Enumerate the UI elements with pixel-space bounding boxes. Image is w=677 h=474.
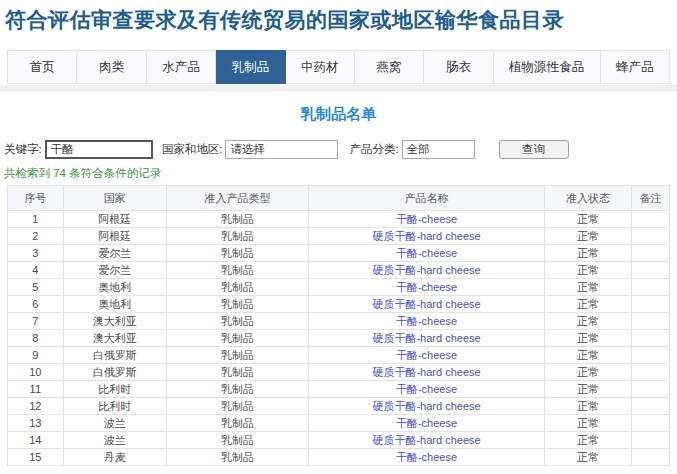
product-link[interactable]: 硬质干酪-hard cheese (372, 332, 480, 344)
country-label: 国家和地区: (162, 142, 223, 157)
cell-product-type: 乳制品 (166, 398, 308, 415)
tab-home[interactable]: 首页 (7, 50, 77, 84)
column-header: 国家 (63, 186, 166, 211)
cell-product-name: 干酪-cheese (309, 211, 545, 228)
cell-product-type: 乳制品 (166, 262, 308, 279)
cell-product-type: 乳制品 (166, 449, 308, 466)
table-row: 2 阿根廷 乳制品 硬质干酪-hard cheese 正常 (8, 228, 670, 245)
tab-meat[interactable]: 肉类 (77, 50, 146, 84)
cell-remark (632, 398, 670, 415)
table-row: 10 白俄罗斯 乳制品 硬质干酪-hard cheese 正常 (8, 364, 670, 381)
table-header-row: 序号国家准入产品类型产品名称准入状态备注 (8, 186, 670, 211)
product-link[interactable]: 硬质干酪-hard cheese (372, 366, 480, 378)
cell-remark (632, 432, 670, 449)
cell-remark (632, 211, 670, 228)
cell-seq: 8 (8, 330, 64, 347)
cell-remark (632, 330, 670, 347)
country-select[interactable] (225, 140, 338, 159)
cell-product-name: 干酪-cheese (309, 245, 545, 262)
table-row: 12 比利时 乳制品 硬质干酪-hard cheese 正常 (8, 398, 670, 415)
product-link[interactable]: 硬质干酪-hard cheese (372, 400, 480, 412)
product-link[interactable]: 干酪-cheese (396, 417, 457, 429)
tab-label: 肠衣 (446, 59, 471, 76)
cell-product-name: 硬质干酪-hard cheese (309, 432, 545, 449)
cell-country: 奥地利 (63, 296, 166, 313)
tab-birds-nest[interactable]: 燕窝 (355, 50, 424, 84)
cell-status: 正常 (544, 432, 631, 449)
cell-country: 爱尔兰 (63, 262, 166, 279)
tab-label: 肉类 (99, 59, 124, 76)
cell-product-type: 乳制品 (166, 381, 308, 398)
cell-status: 正常 (544, 398, 631, 415)
table-row: 15 丹麦 乳制品 干酪-cheese 正常 (8, 449, 670, 466)
cell-seq: 10 (8, 364, 64, 381)
column-header: 准入产品类型 (166, 186, 308, 211)
cell-seq: 2 (8, 228, 64, 245)
cell-product-name: 硬质干酪-hard cheese (309, 296, 545, 313)
cell-product-name: 硬质干酪-hard cheese (309, 330, 545, 347)
column-header: 产品名称 (309, 186, 545, 211)
cell-product-type: 乳制品 (166, 228, 308, 245)
cell-status: 正常 (544, 415, 631, 432)
cell-seq: 3 (8, 245, 64, 262)
cell-product-name: 干酪-cheese (309, 381, 545, 398)
tab-casings[interactable]: 肠衣 (424, 50, 493, 84)
table-row: 3 爱尔兰 乳制品 干酪-cheese 正常 (8, 245, 670, 262)
tab-label: 乳制品 (232, 59, 270, 76)
cell-status: 正常 (544, 245, 631, 262)
main-nav: 首页 肉类 水产品 乳制品 中药材 燕窝 肠衣 植物源性食品 蜂产品 (0, 50, 677, 91)
cell-status: 正常 (544, 228, 631, 245)
search-bar: 关键字: 国家和地区: 产品分类: 查询 (4, 140, 677, 159)
cell-country: 奥地利 (63, 279, 166, 296)
cell-product-type: 乳制品 (166, 415, 308, 432)
cell-status: 正常 (544, 364, 631, 381)
cell-product-name: 干酪-cheese (309, 279, 545, 296)
table-body: 1 阿根廷 乳制品 干酪-cheese 正常 2 阿根廷 乳制品 硬质干酪-ha… (8, 211, 670, 466)
results-table: 序号国家准入产品类型产品名称准入状态备注 1 阿根廷 乳制品 干酪-cheese… (7, 185, 670, 466)
cell-country: 澳大利亚 (63, 313, 166, 330)
product-link[interactable]: 干酪-cheese (396, 349, 457, 361)
product-link[interactable]: 干酪-cheese (396, 383, 457, 395)
tab-label: 植物源性食品 (509, 59, 584, 76)
tab-label: 蜂产品 (616, 59, 654, 76)
tab-plant-foods[interactable]: 植物源性食品 (494, 50, 601, 84)
cell-status: 正常 (544, 211, 631, 228)
cell-status: 正常 (544, 381, 631, 398)
cell-product-name: 硬质干酪-hard cheese (309, 262, 545, 279)
tab-dairy[interactable]: 乳制品 (216, 50, 285, 84)
table-row: 5 奥地利 乳制品 干酪-cheese 正常 (8, 279, 670, 296)
tab-label: 燕窝 (377, 59, 402, 76)
cell-seq: 6 (8, 296, 64, 313)
product-link[interactable]: 干酪-cheese (396, 451, 457, 463)
tab-bee-products[interactable]: 蜂产品 (601, 50, 670, 84)
cell-status: 正常 (544, 313, 631, 330)
product-link[interactable]: 硬质干酪-hard cheese (372, 434, 480, 446)
cell-seq: 13 (8, 415, 64, 432)
nav-tabs: 首页 肉类 水产品 乳制品 中药材 燕窝 肠衣 植物源性食品 蜂产品 (7, 50, 670, 84)
cell-country: 比利时 (63, 381, 166, 398)
product-link[interactable]: 干酪-cheese (396, 213, 457, 225)
tab-label: 水产品 (162, 59, 200, 76)
cell-seq: 9 (8, 347, 64, 364)
product-link[interactable]: 硬质干酪-hard cheese (372, 230, 480, 242)
product-link[interactable]: 干酪-cheese (396, 247, 457, 259)
cell-status: 正常 (544, 262, 631, 279)
product-link[interactable]: 干酪-cheese (396, 315, 457, 327)
tab-herbs[interactable]: 中药材 (286, 50, 355, 84)
cell-product-type: 乳制品 (166, 313, 308, 330)
page-header-title: 符合评估审查要求及有传统贸易的国家或地区输华食品目录 (0, 0, 677, 33)
product-link[interactable]: 硬质干酪-hard cheese (372, 298, 480, 310)
cell-seq: 1 (8, 211, 64, 228)
product-link[interactable]: 干酪-cheese (396, 281, 457, 293)
tab-aquatic[interactable]: 水产品 (147, 50, 216, 84)
product-link[interactable]: 硬质干酪-hard cheese (372, 264, 480, 276)
table-row: 8 澳大利亚 乳制品 硬质干酪-hard cheese 正常 (8, 330, 670, 347)
tab-label: 首页 (30, 59, 55, 76)
cell-remark (632, 228, 670, 245)
cell-product-name: 干酪-cheese (309, 347, 545, 364)
keyword-input[interactable] (45, 140, 153, 159)
category-select[interactable] (402, 140, 475, 159)
cell-remark (632, 347, 670, 364)
query-button[interactable]: 查询 (499, 140, 569, 159)
cell-product-name: 干酪-cheese (309, 415, 545, 432)
